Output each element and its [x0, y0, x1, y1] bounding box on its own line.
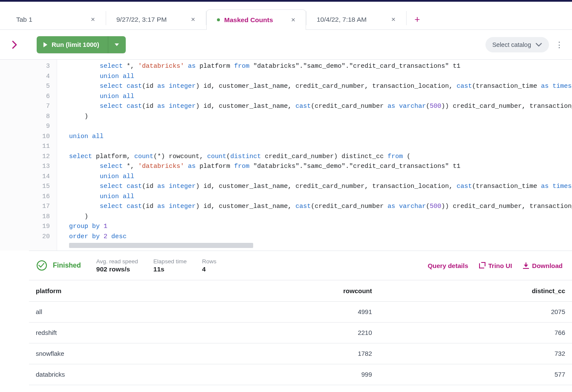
code-line[interactable]: order by 2 desc: [57, 232, 572, 242]
metric-label: Rows: [202, 258, 217, 265]
table-row[interactable]: snowflake1782732: [29, 343, 572, 364]
code-line[interactable]: select platform, count(*) rowcount, coun…: [57, 152, 572, 162]
line-number: 13: [0, 161, 57, 172]
line-number: 10: [0, 132, 57, 142]
table-cell: 999: [205, 364, 379, 385]
results-header-row: platformrowcountdistinct_cc: [29, 280, 572, 301]
close-tab-icon[interactable]: ×: [289, 16, 297, 24]
line-number: 4: [0, 72, 57, 82]
unsaved-dot-icon: [217, 18, 220, 21]
metric-label: Avg. read speed: [96, 258, 138, 265]
sidebar-expand-button[interactable]: [0, 30, 29, 59]
table-cell: databricks: [29, 364, 205, 385]
editor-tab[interactable]: Tab 1×: [6, 9, 106, 29]
code-line[interactable]: union all: [57, 132, 572, 142]
code-line[interactable]: select *, 'databricks' as platform from …: [57, 161, 572, 172]
line-number: 6: [0, 92, 57, 102]
code-line[interactable]: select cast(id as integer) id, customer_…: [57, 81, 572, 92]
run-button[interactable]: Run (limit 1000): [37, 36, 108, 53]
tab-label: 9/27/22, 3:17 PM: [116, 16, 189, 23]
table-cell: snowflake: [29, 343, 205, 364]
line-number: 12: [0, 152, 57, 162]
tab-label: Masked Counts: [224, 16, 289, 24]
toolbar: Run (limit 1000) Select catalog ⋮: [0, 30, 572, 60]
code-line[interactable]: union all: [57, 192, 572, 202]
table-cell: 1782: [205, 343, 379, 364]
line-number: 8: [0, 112, 57, 122]
run-button-group: Run (limit 1000): [37, 36, 126, 53]
kebab-icon: ⋮: [555, 40, 563, 49]
metric-value: 4: [202, 265, 217, 273]
run-options-button[interactable]: [108, 36, 126, 53]
code-line[interactable]: select cast(id as integer) id, customer_…: [57, 101, 572, 112]
metric-value: 11s: [153, 265, 187, 273]
close-tab-icon[interactable]: ×: [189, 15, 197, 24]
select-catalog-dropdown[interactable]: Select catalog: [485, 37, 549, 52]
status-label: Finished: [53, 262, 81, 269]
horizontal-scrollbar[interactable]: [69, 243, 253, 248]
tab-label: 10/4/22, 7:18 AM: [317, 16, 390, 23]
line-number: 16: [0, 192, 57, 202]
line-number: 18: [0, 212, 57, 222]
editor-tab[interactable]: Masked Counts×: [206, 9, 306, 30]
code-line[interactable]: select cast(id as integer) id, customer_…: [57, 182, 572, 192]
results-table: platformrowcountdistinct_cc all49912075r…: [29, 280, 572, 385]
link-label: Trino UI: [488, 262, 512, 269]
code-line[interactable]: union all: [57, 172, 572, 182]
table-row[interactable]: redshift2210766: [29, 322, 572, 343]
download-icon: [523, 262, 529, 268]
code-line[interactable]: ): [57, 112, 572, 122]
more-menu-button[interactable]: ⋮: [551, 40, 568, 49]
code-line[interactable]: select cast(id as integer) id, customer_…: [57, 202, 572, 212]
status-metric: Elapsed time11s: [153, 258, 187, 273]
code-line[interactable]: union all: [57, 92, 572, 102]
results-panel: platformrowcountdistinct_cc all49912075r…: [29, 280, 572, 385]
table-row[interactable]: all49912075: [29, 301, 572, 322]
table-cell: 4991: [205, 301, 379, 322]
code-line[interactable]: [57, 121, 572, 132]
editor-tab[interactable]: 9/27/22, 3:17 PM×: [106, 9, 206, 29]
new-tab-button[interactable]: +: [407, 9, 428, 29]
chevron-down-icon: [535, 42, 542, 47]
column-header[interactable]: distinct_cc: [379, 280, 572, 301]
table-cell: 577: [379, 364, 572, 385]
table-cell: 2075: [379, 301, 572, 322]
link-label: Query details: [428, 262, 468, 269]
editor-tabs: Tab 1×9/27/22, 3:17 PM×Masked Counts×10/…: [0, 2, 572, 30]
line-number: 11: [0, 141, 57, 152]
code-line[interactable]: select *, 'databricks' as platform from …: [57, 61, 572, 72]
close-tab-icon[interactable]: ×: [390, 15, 397, 24]
query-status-bar: Finished Avg. read speed902 rows/sElapse…: [29, 251, 572, 280]
catalog-label: Select catalog: [492, 41, 531, 48]
column-header[interactable]: rowcount: [205, 280, 379, 301]
play-icon: [43, 42, 47, 47]
metric-value: 902 rows/s: [96, 265, 138, 273]
sql-editor[interactable]: 34567891011121314151617181920 select *, …: [0, 60, 572, 251]
external-link-icon: [479, 262, 485, 268]
line-number: 3: [0, 61, 57, 72]
code-line[interactable]: [57, 141, 572, 152]
query-details-link[interactable]: Query details: [428, 262, 468, 269]
line-number: 19: [0, 222, 57, 232]
code-line[interactable]: ): [57, 212, 572, 222]
link-label: Download: [532, 262, 563, 269]
table-row[interactable]: databricks999577: [29, 364, 572, 385]
line-number: 5: [0, 81, 57, 92]
code-area[interactable]: select *, 'databricks' as platform from …: [57, 60, 572, 251]
code-line[interactable]: union all: [57, 72, 572, 82]
status-metric: Rows4: [202, 258, 217, 273]
column-header[interactable]: platform: [29, 280, 205, 301]
table-cell: all: [29, 301, 205, 322]
success-check-icon: [37, 260, 47, 271]
chevron-right-icon: [12, 40, 17, 49]
download-link[interactable]: Download: [523, 262, 563, 269]
close-tab-icon[interactable]: ×: [89, 15, 97, 24]
line-number: 20: [0, 232, 57, 242]
line-number: 15: [0, 182, 57, 192]
line-number: 14: [0, 172, 57, 182]
status-metric: Avg. read speed902 rows/s: [96, 258, 138, 273]
code-line[interactable]: group by 1: [57, 222, 572, 232]
table-cell: 2210: [205, 322, 379, 343]
editor-tab[interactable]: 10/4/22, 7:18 AM×: [306, 9, 406, 29]
trino-ui-link[interactable]: Trino UI: [479, 262, 512, 269]
